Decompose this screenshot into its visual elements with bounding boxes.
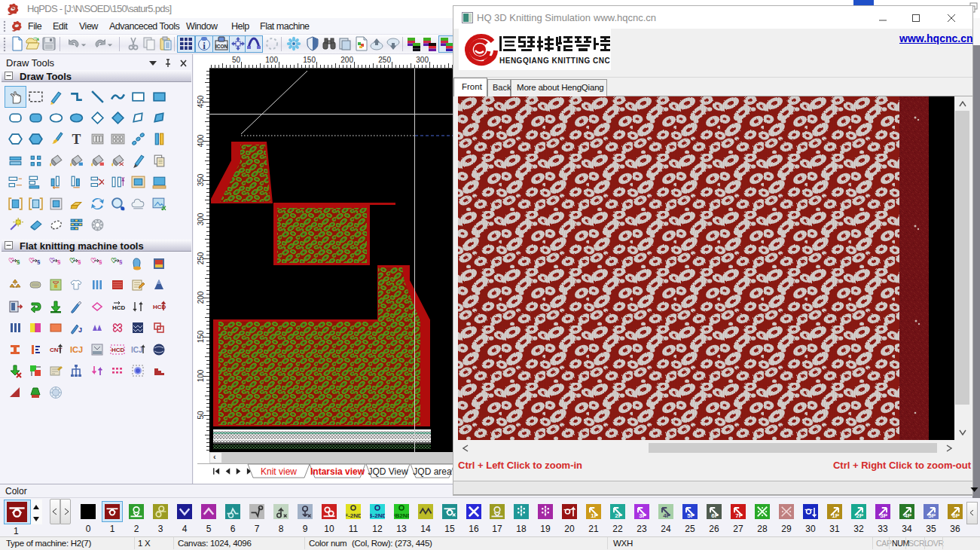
svg-text:F-2ND: F-2ND — [346, 512, 361, 519]
svg-text:6P: 6P — [952, 512, 960, 519]
svg-text:Intarsia view: Intarsia view — [310, 466, 365, 477]
svg-text:50: 50 — [232, 56, 241, 64]
svg-text:3P: 3P — [639, 512, 647, 519]
svg-text:2P: 2P — [615, 512, 623, 519]
svg-text:4P: 4P — [904, 512, 912, 519]
svg-text:400: 400 — [197, 134, 205, 147]
svg-text:§: § — [78, 258, 81, 265]
svg-text:250: 250 — [378, 56, 391, 64]
svg-text:JQD View: JQD View — [368, 466, 408, 477]
svg-text:6P: 6P — [711, 512, 719, 519]
svg-text:§: § — [57, 258, 61, 265]
svg-text:ICJ: ICJ — [131, 346, 143, 354]
svg-text:300: 300 — [416, 56, 429, 64]
svg-text:1P: 1P — [832, 512, 840, 519]
svg-text:150: 150 — [197, 330, 205, 343]
svg-text:§: § — [119, 258, 123, 265]
svg-text:1P: 1P — [591, 512, 599, 519]
svg-text:50: 50 — [197, 411, 205, 420]
svg-text:HCD: HCD — [153, 304, 166, 310]
svg-text:100: 100 — [265, 56, 278, 64]
svg-text:4P: 4P — [663, 512, 671, 519]
svg-text:§: § — [99, 258, 102, 265]
svg-text:100: 100 — [197, 369, 205, 382]
svg-text:5P: 5P — [928, 512, 936, 519]
svg-text:B-2ND: B-2ND — [370, 512, 385, 519]
svg-text:HCD: HCD — [112, 304, 125, 311]
svg-text:2P: 2P — [856, 512, 864, 519]
svg-text:7P: 7P — [735, 512, 743, 519]
svg-text:ICJ: ICJ — [70, 345, 83, 354]
svg-text:J: J — [78, 326, 82, 334]
svg-text:T: T — [72, 132, 81, 147]
svg-text:JQD area: JQD area — [413, 466, 452, 477]
svg-text:250: 250 — [197, 252, 205, 264]
svg-text:350: 350 — [197, 173, 205, 186]
svg-text:FB2ND: FB2ND — [394, 512, 409, 519]
svg-text:200: 200 — [340, 56, 353, 64]
svg-text:450: 450 — [197, 95, 205, 108]
svg-text:i: i — [203, 40, 206, 51]
svg-text:200: 200 — [197, 291, 205, 304]
svg-text:HCD: HCD — [111, 347, 125, 353]
svg-text:§: § — [17, 258, 20, 265]
svg-text:300: 300 — [197, 212, 205, 225]
svg-text:Knit view: Knit view — [261, 466, 297, 477]
svg-text:ICON: ICON — [215, 44, 228, 49]
svg-text:5P: 5P — [687, 512, 695, 519]
svg-text:150: 150 — [303, 56, 316, 64]
svg-text:3P: 3P — [880, 512, 888, 519]
svg-text:§: § — [37, 258, 41, 265]
